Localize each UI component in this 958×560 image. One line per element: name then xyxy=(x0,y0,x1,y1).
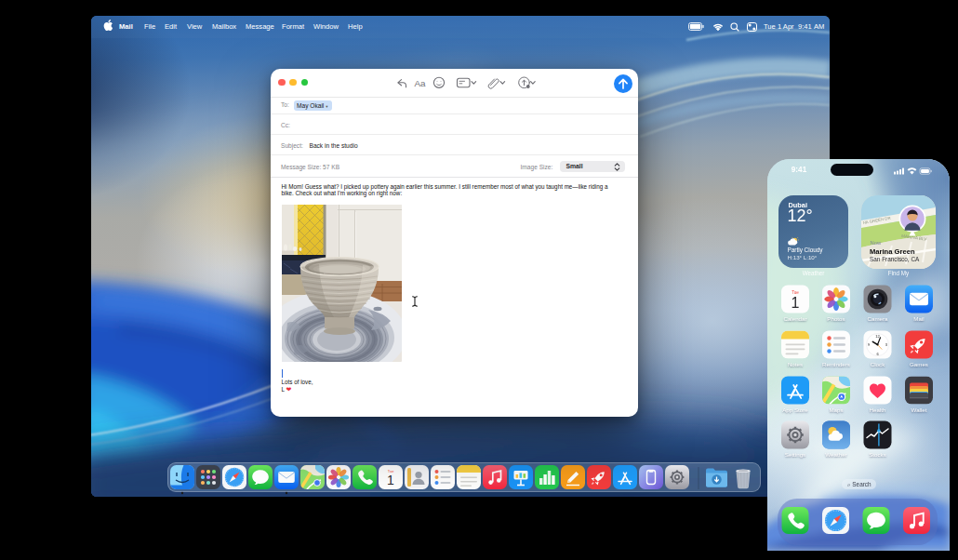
svg-text:Aa: Aa xyxy=(414,78,426,88)
svg-text:1: 1 xyxy=(387,473,394,487)
